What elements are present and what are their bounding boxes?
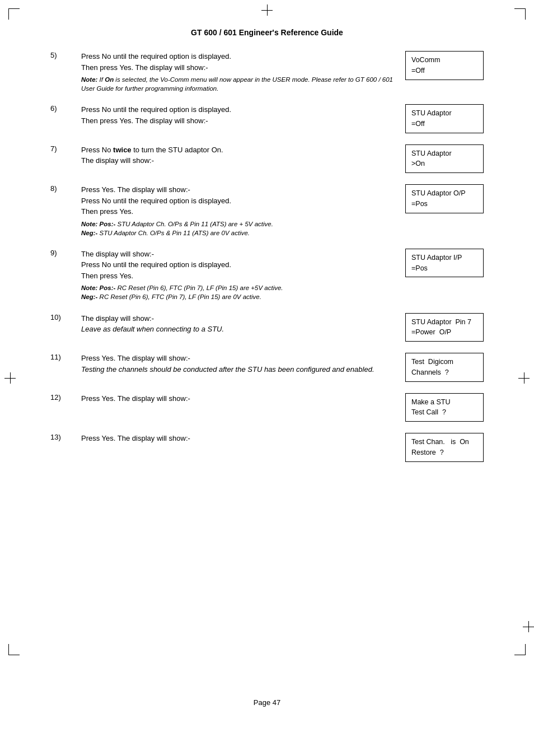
step-7-line1: Press No twice to turn the STU adaptor O… [81, 144, 394, 156]
step-10-text: The display will show:- Leave as default… [81, 313, 394, 335]
step-5-body: Press No until the required option is di… [81, 51, 484, 93]
step-11-display-line1: Test Digicom [411, 357, 477, 367]
step-6-line2: Then press Yes. The display will show:- [81, 115, 394, 127]
corner-mark-tr [514, 8, 526, 20]
step-10-display: STU Adaptor Pin 7 =Power O/P [405, 313, 484, 342]
step-number-8: 8) [50, 184, 81, 193]
step-9: 9) The display will show:- Press No unti… [50, 249, 484, 302]
step-5-line2: Then press Yes. The display will show:- [81, 62, 394, 73]
step-13-display: Test Chan. is On Restore ? [405, 433, 484, 462]
step-7-line2: The display will show:- [81, 155, 394, 166]
step-7-text: Press No twice to turn the STU adaptor O… [81, 144, 394, 166]
step-10-display-line2: =Power O/P [411, 327, 477, 338]
step-7-display: STU Adaptor >On [405, 144, 484, 174]
cross-mark-right [518, 372, 530, 384]
step-5-display-line1: VoComm [411, 55, 477, 66]
step-13-body: Press Yes. The display will show:- Test … [81, 433, 484, 462]
step-number-7: 7) [50, 144, 81, 153]
step-5-note: Note: If On is selected, the Vo-Comm men… [81, 75, 394, 93]
corner-mark-tl [8, 8, 20, 20]
step-5-display: VoComm =Off [405, 51, 484, 80]
step-5-line1: Press No until the required option is di… [81, 51, 394, 62]
corner-mark-bl [8, 644, 20, 655]
step-9-display-line2: =Pos [411, 263, 477, 274]
step-number-11: 11) [50, 353, 81, 361]
step-5-display-line2: =Off [411, 66, 477, 76]
step-9-display: STU Adaptor I/P =Pos [405, 249, 484, 278]
page-number: Page 47 [0, 698, 534, 707]
step-8-note: Note: Pos:- STU Adaptor Ch. O/Ps & Pin 1… [81, 220, 394, 237]
step-number-12: 12) [50, 393, 81, 402]
step-11-display: Test Digicom Channels ? [405, 353, 484, 382]
step-13-display-line2: Restore ? [411, 447, 477, 458]
cross-mark-bottom [523, 621, 534, 632]
step-11: 11) Press Yes. The display will show:- T… [50, 353, 484, 382]
step-6-line1: Press No until the required option is di… [81, 104, 394, 115]
step-8-display-line2: =Pos [411, 199, 477, 209]
step-number-9: 9) [50, 249, 81, 257]
step-9-text: The display will show:- Press No until t… [81, 249, 394, 302]
step-5-text: Press No until the required option is di… [81, 51, 394, 93]
page-title: GT 600 / 601 Engineer's Reference Guide [34, 28, 500, 37]
cross-mark-left [4, 372, 16, 384]
step-number-13: 13) [50, 433, 81, 441]
step-7-body: Press No twice to turn the STU adaptor O… [81, 144, 484, 174]
step-8-line2: Press No until the required option is di… [81, 195, 394, 207]
step-6-body: Press No until the required option is di… [81, 104, 484, 133]
step-12-line1: Press Yes. The display will show:- [81, 393, 394, 404]
step-8: 8) Press Yes. The display will show:- Pr… [50, 184, 484, 237]
step-6-display: STU Adaptor =Off [405, 104, 484, 133]
step-9-line3: Then press Yes. [81, 270, 394, 282]
step-6-text: Press No until the required option is di… [81, 104, 394, 126]
step-13-text: Press Yes. The display will show:- [81, 433, 394, 444]
step-10: 10) The display will show:- Leave as def… [50, 313, 484, 342]
step-11-display-line2: Channels ? [411, 367, 477, 378]
step-13: 13) Press Yes. The display will show:- T… [50, 433, 484, 462]
step-number-10: 10) [50, 313, 81, 321]
step-12-body: Press Yes. The display will show:- Make … [81, 393, 484, 422]
step-9-line1: The display will show:- [81, 249, 394, 260]
step-9-line2: Press No until the required option is di… [81, 259, 394, 270]
step-7-display-line2: >On [411, 158, 477, 169]
content-area: 5) Press No until the required option is… [34, 51, 500, 462]
step-12-display-line2: Test Call ? [411, 407, 477, 418]
page-footer: Page 47 [0, 698, 534, 728]
step-11-line1: Press Yes. The display will show:- [81, 353, 394, 364]
step-11-body: Press Yes. The display will show:- Testi… [81, 353, 484, 382]
page: GT 600 / 601 Engineer's Reference Guide … [0, 0, 534, 756]
step-11-text: Press Yes. The display will show:- Testi… [81, 353, 394, 375]
step-7: 7) Press No twice to turn the STU adapto… [50, 144, 484, 174]
step-10-italic: Leave as default when connecting to a ST… [81, 324, 394, 335]
step-9-note: Note: Pos:- RC Reset (Pin 6), FTC (Pin 7… [81, 283, 394, 301]
step-6: 6) Press No until the required option is… [50, 104, 484, 133]
step-6-display-line2: =Off [411, 119, 477, 129]
step-12: 12) Press Yes. The display will show:- M… [50, 393, 484, 422]
step-8-line1: Press Yes. The display will show:- [81, 184, 394, 195]
step-7-display-line1: STU Adaptor [411, 148, 477, 159]
step-10-display-line1: STU Adaptor Pin 7 [411, 317, 477, 328]
step-8-display: STU Adaptor O/P =Pos [405, 184, 484, 213]
step-10-body: The display will show:- Leave as default… [81, 313, 484, 342]
step-9-display-line1: STU Adaptor I/P [411, 253, 477, 263]
step-5: 5) Press No until the required option is… [50, 51, 484, 93]
step-8-text: Press Yes. The display will show:- Press… [81, 184, 394, 237]
step-12-text: Press Yes. The display will show:- [81, 393, 394, 404]
corner-mark-br [514, 644, 526, 655]
step-number-5: 5) [50, 51, 81, 59]
cross-mark-top [261, 4, 273, 16]
step-8-display-line1: STU Adaptor O/P [411, 188, 477, 199]
step-12-display-line1: Make a STU [411, 397, 477, 408]
step-11-italic: Testing the channels should be conducted… [81, 364, 394, 375]
step-12-display: Make a STU Test Call ? [405, 393, 484, 422]
step-8-body: Press Yes. The display will show:- Press… [81, 184, 484, 237]
step-13-line1: Press Yes. The display will show:- [81, 433, 394, 444]
step-9-body: The display will show:- Press No until t… [81, 249, 484, 302]
step-10-line1: The display will show:- [81, 313, 394, 324]
step-8-line3: Then press Yes. [81, 206, 394, 217]
step-number-6: 6) [50, 104, 81, 113]
step-6-display-line1: STU Adaptor [411, 108, 477, 119]
step-13-display-line1: Test Chan. is On [411, 437, 477, 447]
